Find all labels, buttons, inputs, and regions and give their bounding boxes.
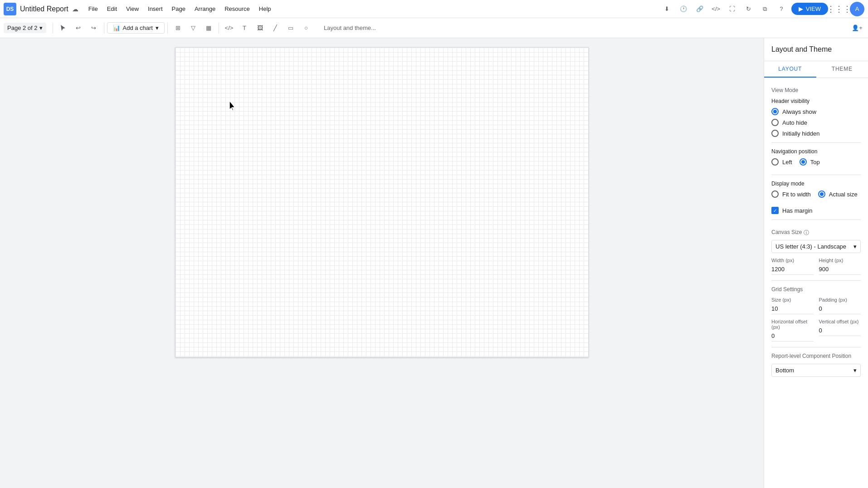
grid-size-padding-row: Size (px) 10 Padding (px) 0 [771, 297, 861, 314]
canvas-size-section: Canvas Size ⓘ US letter (4:3) - Landscap… [771, 225, 861, 275]
auto-hide-radio[interactable] [771, 119, 779, 126]
toolbar: Page 2 of 2 ▾ ↩ ↪ 📊 Add a chart ▾ ⊞ ▽ ▦ … [0, 18, 868, 38]
nav-top-row: Top [800, 158, 820, 166]
component-position-label: Report-level Component Position [771, 353, 861, 359]
fit-to-width-label: Fit to width [782, 191, 811, 198]
view-icon: ▶ [799, 5, 803, 12]
canvas-size-header: Canvas Size ⓘ [771, 225, 861, 240]
menu-arrange[interactable]: Arrange [190, 4, 220, 14]
has-margin-checkbox[interactable] [771, 207, 779, 214]
add-chart-button[interactable]: 📊 Add a chart ▾ [107, 22, 165, 34]
page-canvas[interactable] [175, 47, 589, 357]
add-users-icon[interactable]: 👤+ [850, 21, 864, 35]
rectangle-icon[interactable]: ▭ [283, 21, 298, 35]
add-chart-chevron: ▾ [156, 24, 159, 31]
apps-grid-icon[interactable]: ⋮⋮⋮ [832, 2, 846, 16]
menu-help[interactable]: Help [254, 4, 276, 14]
v-offset-label: Vertical offset (px) [819, 319, 861, 324]
menu-resource[interactable]: Resource [220, 4, 254, 14]
cloud-save-icon: ☁ [72, 5, 78, 13]
grid-size-group: Size (px) 10 [771, 297, 814, 314]
circle-icon[interactable]: ○ [299, 21, 313, 35]
doc-title: Untitled Report [20, 5, 68, 13]
canvas-size-info-icon: ⓘ [804, 229, 809, 237]
actual-size-row: Actual size [818, 190, 858, 198]
canvas-area[interactable] [0, 38, 764, 488]
history-icon[interactable]: 🕐 [677, 3, 690, 15]
fit-to-width-radio[interactable] [771, 190, 779, 198]
initially-hidden-radio[interactable] [771, 130, 779, 137]
width-input[interactable]: 1200 [771, 264, 814, 275]
text-box-icon[interactable]: T [237, 21, 252, 35]
tab-layout[interactable]: LAYOUT [764, 61, 816, 78]
link-icon[interactable]: 🔗 [693, 3, 706, 15]
canvas-width-group: Width (px) 1200 [771, 258, 814, 275]
grid-padding-input[interactable]: 0 [819, 303, 861, 314]
nav-left-row: Left [771, 158, 792, 166]
h-offset-group: Horizontal offset (px) 0 [771, 319, 814, 342]
initially-hidden-row: Initially hidden [771, 130, 861, 137]
top-bar: DS Untitled Report ☁ File Edit View Inse… [0, 0, 868, 18]
height-label: Height (px) [819, 258, 861, 263]
nav-top-radio[interactable] [800, 158, 807, 166]
auto-hide-row: Auto hide [771, 119, 861, 126]
navigation-position-section: Navigation position Left Top [771, 148, 861, 169]
v-offset-input[interactable]: 0 [819, 325, 861, 336]
view-mode-label: View Mode [771, 87, 861, 93]
filter-icon[interactable]: ▽ [186, 21, 200, 35]
always-show-label: Always show [782, 108, 816, 115]
canvas-size-selector[interactable]: US letter (4:3) - Landscape ▾ [771, 240, 861, 253]
page-selector[interactable]: Page 2 of 2 ▾ [4, 23, 46, 33]
menu-edit[interactable]: Edit [102, 4, 122, 14]
panel-content: View Mode Header visibility Always show … [764, 78, 868, 388]
copy-icon[interactable]: ⧉ [759, 3, 771, 15]
account-avatar[interactable]: A [850, 2, 864, 16]
chevron-down-icon: ▾ [39, 24, 43, 31]
header-visibility-label: Header visibility [771, 98, 861, 104]
fullscreen-icon[interactable]: ⛶ [726, 3, 739, 15]
help-icon[interactable]: ? [775, 3, 788, 15]
has-margin-row: Has margin [771, 207, 861, 214]
height-input[interactable]: 900 [819, 264, 861, 275]
canvas-size-chevron: ▾ [853, 243, 857, 250]
line-icon[interactable]: ╱ [268, 21, 283, 35]
width-label: Width (px) [771, 258, 814, 263]
display-mode-section: Display mode Fit to width Actual size [771, 181, 861, 201]
h-offset-label: Horizontal offset (px) [771, 319, 814, 330]
panel-title: Layout and Theme [764, 38, 868, 61]
nav-left-radio[interactable] [771, 158, 779, 166]
download-icon[interactable]: ⬇ [661, 3, 673, 15]
grid-settings-section: Grid Settings Size (px) 10 Padding (px) … [771, 286, 861, 342]
add-chart-label: Add a chart [123, 24, 153, 31]
embed-icon[interactable]: </> [710, 3, 722, 15]
redo-button[interactable]: ↪ [87, 21, 101, 35]
h-offset-input[interactable]: 0 [771, 331, 814, 342]
menu-view[interactable]: View [122, 4, 143, 14]
menu-file[interactable]: File [84, 4, 102, 14]
grid-settings-label: Grid Settings [771, 286, 861, 293]
main-area: Layout and Theme LAYOUT THEME View Mode … [0, 38, 868, 488]
divider1 [771, 142, 861, 143]
image-icon[interactable]: 🖼 [253, 21, 267, 35]
select-tool-icon[interactable] [56, 21, 70, 35]
grid-size-input[interactable]: 10 [771, 303, 814, 314]
table-icon[interactable]: ⊞ [171, 21, 185, 35]
layout-theme-button[interactable]: Layout and theme... [318, 22, 382, 34]
refresh-icon[interactable]: ↻ [742, 3, 755, 15]
component-position-selector[interactable]: Bottom ▾ [771, 364, 861, 377]
actual-size-radio[interactable] [818, 190, 825, 198]
top-right-actions: ⬇ 🕐 🔗 </> ⛶ ↻ ⧉ ? ▶ VIEW ⋮⋮⋮ A [661, 2, 864, 16]
view-button[interactable]: ▶ VIEW [791, 3, 828, 15]
divider4 [771, 280, 861, 281]
menu-insert[interactable]: Insert [143, 4, 167, 14]
always-show-radio[interactable] [771, 108, 779, 115]
always-show-row: Always show [771, 108, 861, 115]
scorecard-icon[interactable]: ▦ [201, 21, 216, 35]
menu-bar: File Edit View Insert Page Arrange Resou… [84, 4, 276, 14]
tab-theme[interactable]: THEME [816, 61, 868, 78]
menu-page[interactable]: Page [167, 4, 190, 14]
divider2 [771, 175, 861, 175]
divider3 [771, 220, 861, 220]
undo-button[interactable]: ↩ [71, 21, 86, 35]
code-icon[interactable]: </> [222, 21, 236, 35]
